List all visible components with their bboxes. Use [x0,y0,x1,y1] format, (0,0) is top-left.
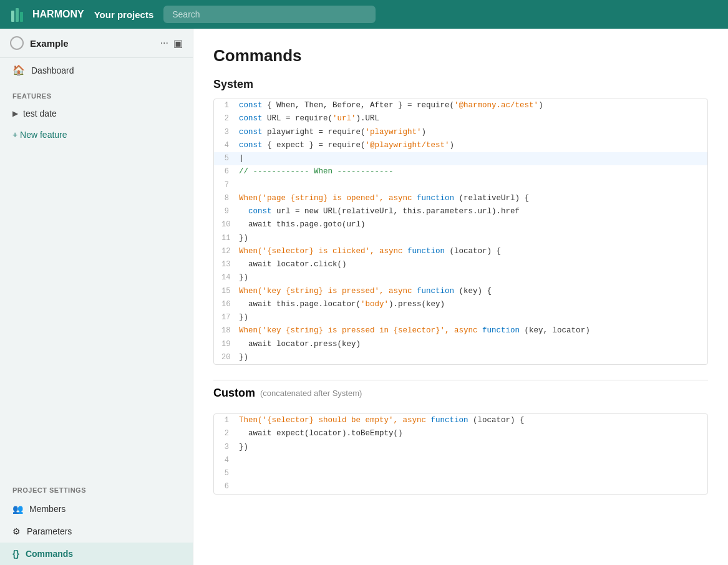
commands-icon: {} [12,549,19,559]
sidebar: Example ··· ▣ 🏠 Dashboard FEATURES ▶ tes… [0,29,193,565]
table-row: 4 [214,454,707,467]
table-row: 3 }) [214,441,707,454]
commands-label: Commands [26,549,73,559]
logo: HARMONY [10,6,84,23]
parameters-icon: ⚙ [12,526,21,536]
custom-section-title: Custom [213,387,255,400]
main-layout: Example ··· ▣ 🏠 Dashboard FEATURES ▶ tes… [0,29,728,565]
table-row: 5 [214,467,707,480]
sidebar-item-dashboard[interactable]: 🏠 Dashboard [0,58,193,82]
sidebar-project: Example ··· ▣ [0,29,193,58]
sidebar-feature-test-date[interactable]: ▶ test date [0,104,193,123]
table-row: 4 const { expect } = require('@playwrigh… [214,139,707,152]
table-row: 18 When('key {string} is pressed in {sel… [214,324,707,337]
top-nav: HARMONY Your projects [0,0,728,29]
table-row: 14 }) [214,271,707,284]
logo-text: HARMONY [32,9,84,20]
page-title: Commands [213,46,708,65]
system-section-title: System [213,78,708,91]
table-row: 2 await expect(locator).toBeEmpty() [214,427,707,440]
table-row: 19 await locator.press(key) [214,338,707,351]
features-section-label: FEATURES [0,82,193,104]
table-row: 20 }) [214,351,707,364]
table-row: 7 [214,179,707,192]
your-projects-link[interactable]: Your projects [94,9,154,20]
more-options-icon[interactable]: ··· [160,37,168,49]
collapse-icon[interactable]: ▣ [173,37,183,49]
table-row: 15 When('key {string} is pressed', async… [214,285,707,298]
sidebar-item-commands[interactable]: {} Commands [0,543,193,565]
members-label: Members [29,504,66,514]
table-row: 5 | [214,152,707,165]
feature-label: test date [23,109,57,118]
dashboard-icon: 🏠 [12,64,25,76]
table-row: 1 Then('{selector} should be empty', asy… [214,414,707,427]
table-row: 16 await this.page.locator('body').press… [214,298,707,311]
table-row: 8 When('page {string} is opened', async … [214,192,707,205]
members-icon: 👥 [12,504,23,514]
svg-rect-0 [11,11,14,22]
project-name: Example [30,38,154,49]
table-row: 17 }) [214,311,707,324]
sidebar-spacer [0,146,193,476]
play-icon: ▶ [12,109,18,118]
new-feature-button[interactable]: + New feature [0,123,193,146]
table-row: 3 const playwright = require('playwright… [214,126,707,139]
table-row: 10 await this.page.goto(url) [214,218,707,231]
dashboard-label: Dashboard [31,65,74,75]
project-status-icon [10,36,24,50]
custom-code-block: 1 Then('{selector} should be empty', asy… [213,413,708,495]
system-code-block: 1 const { When, Then, Before, After } = … [213,99,708,365]
sidebar-item-members[interactable]: 👥 Members [0,498,193,520]
content-area: Commands System 1 const { When, Then, Be… [193,29,728,565]
project-settings-label: PROJECT SETTINGS [0,476,193,498]
svg-rect-2 [20,12,23,22]
table-row: 1 const { When, Then, Before, After } = … [214,99,707,112]
svg-rect-3 [24,14,27,22]
table-row: 12 When('{selector} is clicked', async f… [214,245,707,258]
sidebar-item-parameters[interactable]: ⚙ Parameters [0,520,193,543]
table-row: 13 await locator.click() [214,258,707,271]
logo-icon [10,6,27,23]
parameters-label: Parameters [27,526,72,536]
table-row: 6 // ------------ When ------------ [214,165,707,178]
sidebar-icons: ··· ▣ [160,37,183,49]
svg-rect-1 [16,8,19,22]
table-row: 6 [214,480,707,493]
table-row: 9 const url = new URL(relativeUrl, this.… [214,205,707,218]
table-row: 2 const URL = require('url').URL [214,112,707,125]
custom-section-subtitle: (concatenated after System) [260,389,362,398]
search-input[interactable] [163,6,376,23]
table-row: 11 }) [214,232,707,245]
custom-section-header: Custom (concatenated after System) [213,380,708,406]
